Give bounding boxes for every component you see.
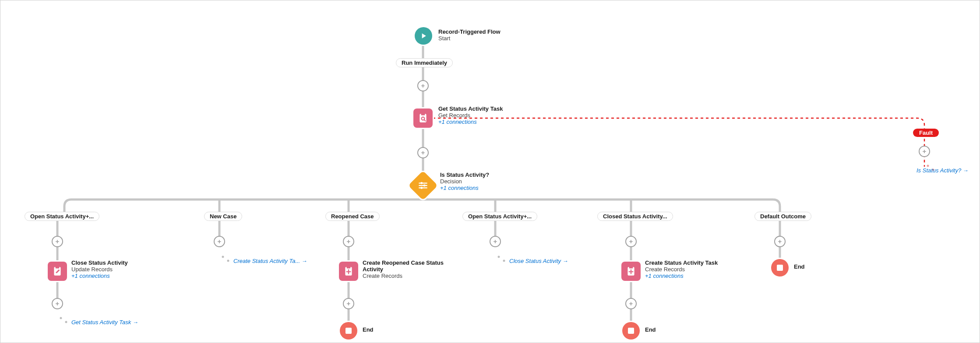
outcome-pill-2[interactable]: New Case xyxy=(204,212,242,221)
add-element-button[interactable] xyxy=(52,298,63,309)
goto-get-status-activity-task[interactable]: Get Status Activity Task xyxy=(71,319,138,326)
outcome-pill-5[interactable]: Closed Status Activity... xyxy=(597,212,673,221)
outcome-pill-1[interactable]: Open Status Activity+... xyxy=(25,212,99,221)
add-element-button[interactable] xyxy=(919,146,930,157)
svg-rect-32 xyxy=(347,266,351,268)
get-records-connections-link[interactable]: +1 connections xyxy=(438,119,503,125)
end-label: End xyxy=(794,263,805,270)
create-records-closed-label: Create Status Activity Task Create Recor… xyxy=(645,259,718,279)
decision-node[interactable] xyxy=(408,171,438,200)
svg-point-10 xyxy=(227,260,229,262)
create-records-closed-connections-link[interactable]: +1 connections xyxy=(645,273,718,279)
get-records-node[interactable] xyxy=(413,108,433,128)
svg-point-17 xyxy=(927,165,929,167)
svg-point-13 xyxy=(498,256,500,258)
svg-point-6 xyxy=(60,317,62,319)
end-label: End xyxy=(645,326,656,333)
create-records-node-closed[interactable] xyxy=(621,262,641,281)
outcome-pill-4[interactable]: Open Status Activity+... xyxy=(462,212,537,221)
add-element-button[interactable] xyxy=(625,298,637,309)
goto-is-status-activity[interactable]: Is Status Activity? xyxy=(917,167,969,174)
start-node[interactable] xyxy=(415,27,432,45)
svg-point-26 xyxy=(420,182,423,184)
add-element-button[interactable] xyxy=(343,298,354,309)
add-element-button[interactable] xyxy=(417,147,429,158)
svg-point-27 xyxy=(423,185,426,187)
decision-label: Is Status Activity? Decision +1 connecti… xyxy=(440,172,489,191)
add-element-button[interactable] xyxy=(52,236,63,247)
goto-create-status-activity-task[interactable]: Create Status Activity Ta... xyxy=(233,258,307,264)
svg-point-7 xyxy=(65,321,67,323)
add-element-button[interactable] xyxy=(625,236,637,247)
add-element-button[interactable] xyxy=(343,236,354,247)
svg-rect-34 xyxy=(629,266,633,268)
outcome-pill-6[interactable]: Default Outcome xyxy=(754,212,811,221)
svg-rect-20 xyxy=(421,113,425,115)
add-element-button[interactable] xyxy=(417,80,429,91)
update-records-label: Close Status Activity Update Records +1 … xyxy=(71,259,128,279)
end-node[interactable] xyxy=(340,322,357,340)
create-records-reopened-label: Create Reopened Case Status Activity Cre… xyxy=(363,259,446,279)
add-element-button[interactable] xyxy=(774,236,786,247)
svg-rect-30 xyxy=(56,266,60,268)
goto-close-status-activity[interactable]: Close Status Activity xyxy=(509,258,568,264)
flow-canvas[interactable]: Record-Triggered Flow Start Run Immediat… xyxy=(0,0,980,343)
update-records-connections-link[interactable]: +1 connections xyxy=(71,273,128,279)
svg-point-9 xyxy=(222,256,224,258)
get-records-label: Get Status Activity Task Get Records +1 … xyxy=(438,105,503,125)
decision-connections-link[interactable]: +1 connections xyxy=(440,185,489,191)
add-element-button[interactable] xyxy=(490,236,501,247)
end-node[interactable] xyxy=(622,322,640,340)
fault-badge[interactable]: Fault xyxy=(913,129,939,137)
outcome-pill-3[interactable]: Reopened Case xyxy=(325,212,380,221)
svg-point-14 xyxy=(503,260,505,262)
run-immediately-pill[interactable]: Run Immediately xyxy=(396,58,453,67)
end-label: End xyxy=(363,326,374,333)
add-element-button[interactable] xyxy=(214,236,225,247)
create-records-node-reopened[interactable] xyxy=(339,262,358,281)
svg-point-28 xyxy=(420,187,423,189)
update-records-node[interactable] xyxy=(48,262,67,281)
start-label: Record-Triggered Flow Start xyxy=(438,28,501,42)
end-node[interactable] xyxy=(771,259,789,276)
